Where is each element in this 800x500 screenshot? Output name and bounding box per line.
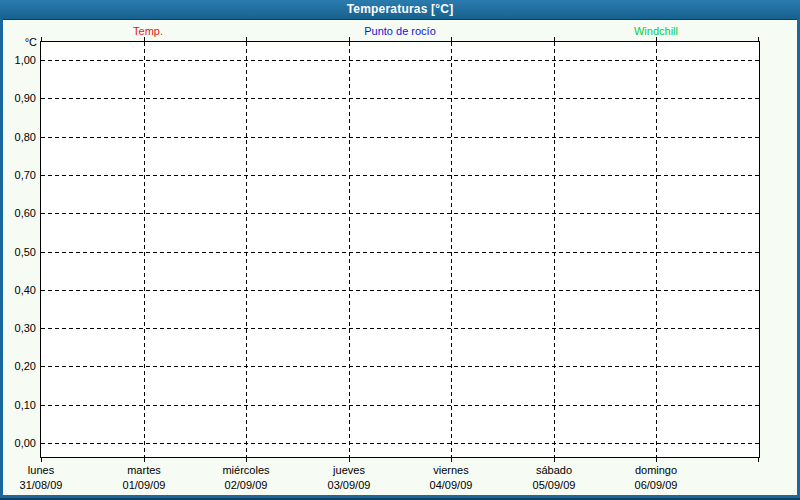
v-gridline xyxy=(656,42,657,457)
y-tick-label: 0,10 xyxy=(0,398,36,412)
v-gridline xyxy=(554,42,555,457)
x-day-label: martes01/09/09 xyxy=(92,463,196,493)
x-day-date: 01/09/09 xyxy=(92,478,196,493)
y-tick-label: 0,90 xyxy=(0,91,36,105)
y-tick-label: 0,30 xyxy=(0,321,36,335)
x-day-name: jueves xyxy=(297,463,401,478)
h-gridline xyxy=(41,443,759,444)
y-tick-label: 0,20 xyxy=(0,359,36,373)
x-day-label: viernes04/09/09 xyxy=(399,463,503,493)
axis-tick-top xyxy=(656,37,657,41)
h-gridline xyxy=(41,405,759,406)
h-gridline xyxy=(41,98,759,99)
axis-tick-bottom xyxy=(554,458,555,462)
axis-tick-bottom xyxy=(144,458,145,462)
h-gridline xyxy=(41,213,759,214)
x-day-label: sábado05/09/09 xyxy=(502,463,606,493)
titlebar: Temperaturas [°C] xyxy=(0,0,800,20)
x-day-label: domingo06/09/09 xyxy=(604,463,708,493)
axis-tick-top xyxy=(349,37,350,41)
v-gridline xyxy=(144,42,145,457)
x-day-label: lunes31/08/09 xyxy=(0,463,93,493)
axis-tick-bottom xyxy=(41,458,42,462)
legend-item-windchill: Windchill xyxy=(634,24,678,38)
axis-tick-bottom xyxy=(246,458,247,462)
y-tick-label: 0,60 xyxy=(0,206,36,220)
h-gridline xyxy=(41,175,759,176)
h-gridline xyxy=(41,366,759,367)
x-day-date: 06/09/09 xyxy=(604,478,708,493)
y-tick-label: 0,50 xyxy=(0,245,36,259)
axis-tick-top xyxy=(451,37,452,41)
x-day-date: 03/09/09 xyxy=(297,478,401,493)
window-title: Temperaturas [°C] xyxy=(347,2,454,16)
x-day-name: lunes xyxy=(0,463,93,478)
axis-tick-top xyxy=(758,37,759,41)
y-tick-label: 0,40 xyxy=(0,283,36,297)
axis-tick-bottom xyxy=(349,458,350,462)
axis-tick-top xyxy=(246,37,247,41)
x-day-name: miércoles xyxy=(194,463,298,478)
axis-tick-bottom xyxy=(451,458,452,462)
v-gridline xyxy=(349,42,350,457)
x-day-date: 31/08/09 xyxy=(0,478,93,493)
x-day-name: martes xyxy=(92,463,196,478)
plot-area xyxy=(40,41,760,458)
axis-tick-bottom xyxy=(758,458,759,462)
x-day-label: jueves03/09/09 xyxy=(297,463,401,493)
x-day-date: 04/09/09 xyxy=(399,478,503,493)
axis-tick-top xyxy=(554,37,555,41)
window-border-bottom xyxy=(0,495,800,500)
y-tick-label: 0,70 xyxy=(0,168,36,182)
y-axis-unit-label: °C xyxy=(0,36,37,49)
axis-tick-bottom xyxy=(656,458,657,462)
chart-window: Temperaturas [°C] Temp. Punto de rocío W… xyxy=(0,0,800,500)
v-gridline xyxy=(246,42,247,457)
x-day-name: viernes xyxy=(399,463,503,478)
legend-item-dew-point: Punto de rocío xyxy=(364,24,436,38)
h-gridline xyxy=(41,290,759,291)
x-day-date: 05/09/09 xyxy=(502,478,606,493)
axis-tick-top xyxy=(41,37,42,41)
x-day-label: miércoles02/09/09 xyxy=(194,463,298,493)
y-tick-label: 1,00 xyxy=(0,53,36,67)
legend-item-temp: Temp. xyxy=(133,24,163,38)
y-tick-label: 0,00 xyxy=(0,436,36,450)
x-day-date: 02/09/09 xyxy=(194,478,298,493)
x-day-name: sábado xyxy=(502,463,606,478)
y-tick-label: 0,80 xyxy=(0,130,36,144)
window-border-left xyxy=(0,19,3,500)
x-day-name: domingo xyxy=(604,463,708,478)
h-gridline xyxy=(41,60,759,61)
h-gridline xyxy=(41,328,759,329)
v-gridline xyxy=(451,42,452,457)
axis-tick-top xyxy=(144,37,145,41)
h-gridline xyxy=(41,252,759,253)
h-gridline xyxy=(41,137,759,138)
